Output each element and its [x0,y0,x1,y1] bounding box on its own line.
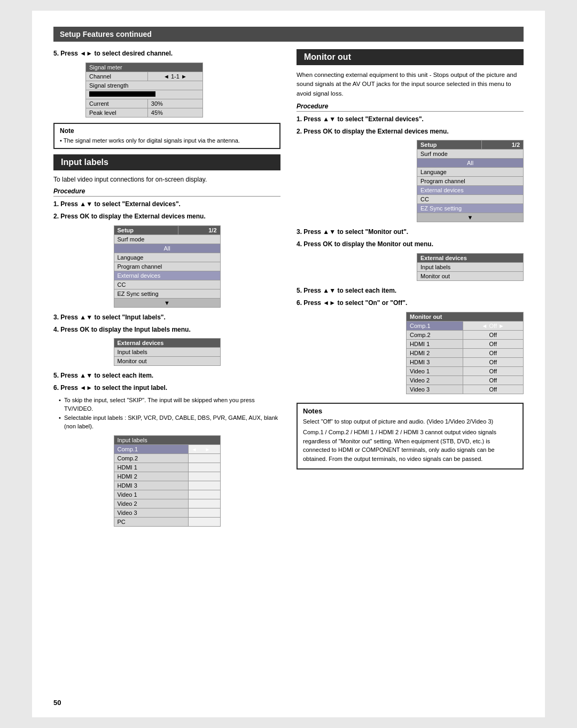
mo-video2-label: Video 2 [407,375,463,385]
mo-hdmi2-label: HDMI 2 [407,348,463,357]
mo-video3-label: Video 3 [407,385,463,394]
notes-item-1: Select "Off" to stop output of picture a… [303,417,517,426]
mo-row-video3: Video 3 Off [407,385,524,394]
ext-menu1-row-monitorout: Monitor out [114,357,220,366]
il-comp1-label: Comp.1 [114,444,188,453]
current-value: 30% [147,99,202,108]
input-labels-desc: To label video input connections for on-… [53,176,280,183]
mo-step3: 3. Press ▲▼ to select "Monitor out". [297,228,524,237]
il-step1: 1. Press ▲▼ to select "External devices"… [53,200,280,209]
procedure-label-1: Procedure [53,187,280,197]
mo-hdmi1-label: HDMI 1 [407,339,463,348]
il-step6: 6. Press ◄► to select the input label. [53,383,280,393]
il-row-hdmi1: HDMI 1 [114,463,220,472]
il-menu-title: Input labels [114,435,220,444]
il-comp2-label: Comp.2 [114,453,188,463]
mo-video1-value: Off [463,366,523,375]
mo-row-hdmi3: HDMI 3 Off [407,357,524,366]
mo-row-video2: Video 2 Off [407,375,524,385]
ext-devices-menu-1: External devices Input labels Monitor ou… [114,338,221,366]
ext-menu1-inputlabels: Input labels [114,348,220,357]
menu-row-all: All [114,244,220,253]
current-row: Current 30% [86,99,203,108]
notes-item-2: Comp.1 / Comp.2 / HDMI 1 / HDMI 2 / HDMI… [303,428,517,463]
sm2-row-language: Language [417,168,524,177]
menu-extdevices: External devices [114,271,220,280]
menu-program: Program channel [114,262,220,271]
ext-menu1-header: External devices [114,339,220,348]
sm2-row-program: Program channel [417,177,524,186]
mo-step4: 4. Press OK to display the Monitor out m… [297,240,524,249]
mo-video2-value: Off [463,375,523,385]
il-hdmi3-value [188,481,220,490]
il-video3-label: Video 3 [114,508,188,517]
mo-hdmi2-value: Off [463,348,523,357]
menu-row-extdevices: External devices [114,271,220,280]
mo-menu-title: Monitor out [407,312,524,321]
signal-header-row: Signal meter [86,62,203,72]
setup-menu-2: Setup 1/2 Surf mode All Language Program… [417,140,524,222]
mo-row-comp2: Comp.2 Off [407,330,524,339]
menu-row-language: Language [114,253,220,262]
menu-surfmode: Surf mode [114,234,220,244]
note-text: • The signal meter works only for digita… [60,137,274,145]
mo-row-hdmi1: HDMI 1 Off [407,339,524,348]
ext-menu1-title: External devices [114,339,220,348]
sm2-language: Language [417,168,524,177]
current-label: Current [86,99,148,108]
sm2-program: Program channel [417,177,524,186]
il-row-video2: Video 2 [114,499,220,508]
ext-menu2-row-inputlabels: Input labels [417,262,524,271]
step5-heading: 5. Press ◄► to select desired channel. [53,49,280,58]
il-comp1-value: ◄ ► [188,444,220,453]
il-row-video3: Video 3 [114,508,220,517]
ext-devices-menu-2: External devices Input labels Monitor ou… [417,253,524,281]
ext-menu2-inputlabels: Input labels [417,262,524,271]
ext-menu1-monitorout: Monitor out [114,357,220,366]
left-column: 5. Press ◄► to select desired channel. S… [53,49,280,532]
sm2-row-surfmode: Surf mode [417,150,524,159]
il-row-comp2: Comp.2 [114,453,220,463]
ext-menu2-monitorout: Monitor out [417,271,524,280]
il-bullets: To skip the input, select "SKIP". The in… [53,396,280,431]
sm2-ezsync: EZ Sync setting [417,204,524,213]
monitor-out-title: Monitor out [297,49,524,65]
page: Setup Features continued 5. Press ◄► to … [32,11,545,717]
menu-row-surfmode: Surf mode [114,234,220,244]
il-row-video1: Video 1 [114,490,220,499]
setup-menu-1: Setup 1/2 Surf mode All Language Program… [114,225,221,308]
il-bullet-2: Selectable input labels : SKIP, VCR, DVD… [59,413,280,431]
mo-step2: 2. Press OK to display the External devi… [297,127,524,136]
sm2-arrow: ▼ [417,213,524,222]
il-hdmi3-label: HDMI 3 [114,481,188,490]
il-menu-header: Input labels [114,435,220,444]
channel-row: Channel ◄ 1-1 ► [86,72,203,81]
sm2-row-arrow: ▼ [417,213,524,222]
ext-menu1-row-inputlabels: Input labels [114,348,220,357]
il-pc-value [188,517,220,526]
il-video2-label: Video 2 [114,499,188,508]
sm2-row-ezsync: EZ Sync setting [417,204,524,213]
il-row-hdmi3: HDMI 3 [114,481,220,490]
signal-bar-cell [86,90,203,99]
mo-hdmi3-label: HDMI 3 [407,357,463,366]
page-number: 50 [53,699,61,707]
menu-row-cc: CC [114,280,220,289]
setup-menu-1-header: Setup 1/2 [114,225,220,234]
il-step3: 3. Press ▲▼ to select "Input labels". [53,313,280,322]
menu-language: Language [114,253,220,262]
il-hdmi1-value [188,463,220,472]
notes-box: Notes Select "Off" to stop output of pic… [297,403,524,470]
signal-bar-row [86,90,203,99]
mo-step1: 1. Press ▲▼ to select "External devices"… [297,115,524,124]
mo-row-video1: Video 1 Off [407,366,524,375]
input-labels-menu: Input labels Comp.1 ◄ ► Comp.2 HDMI 1 HD… [114,435,221,527]
il-comp2-value [188,453,220,463]
input-labels-title: Input labels [53,154,280,170]
mo-video1-label: Video 1 [407,366,463,375]
setup-menu-1-title: Setup [114,225,178,234]
sm2-row-cc: CC [417,195,524,204]
notes-text: Select "Off" to stop output of picture a… [303,417,517,464]
mo-hdmi1-value: Off [463,339,523,348]
signal-strength-label: Signal strength [86,81,203,90]
